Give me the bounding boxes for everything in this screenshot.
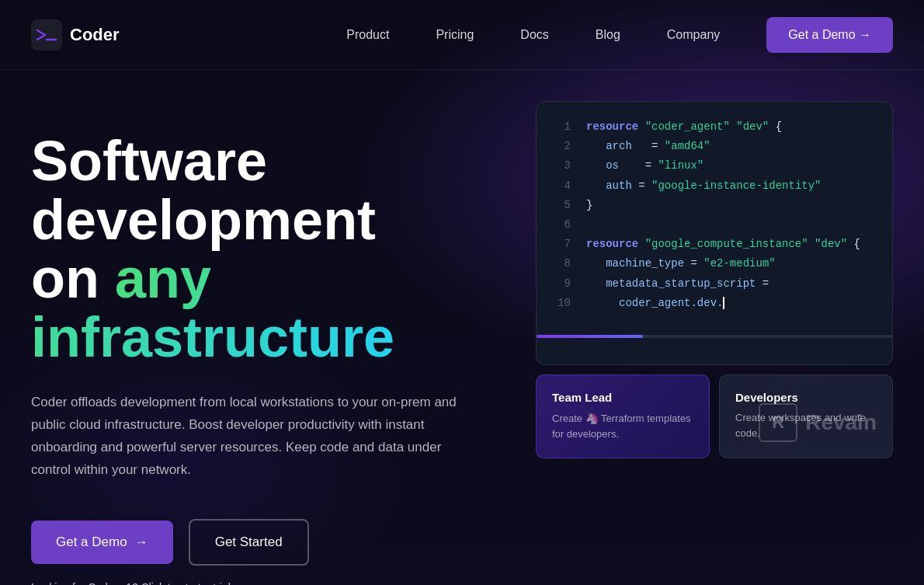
code-panel: 1 resource "coder_agent" "dev" { 2 arch … [536, 101, 893, 365]
hero-demo-button[interactable]: Get a Demo → [31, 521, 173, 564]
hero-title: Software development on any infrastructu… [31, 132, 505, 367]
code-line-3: 3 os = "linux" [555, 156, 874, 176]
logo-text: Coder [70, 25, 120, 45]
code-line-9: 9 metadata_startup_script = [555, 274, 874, 294]
svg-rect-0 [31, 19, 62, 50]
nav-link-docs[interactable]: Docs [520, 28, 548, 42]
nav-link-company[interactable]: Company [667, 28, 720, 42]
navbar: Coder Product Pricing Docs Blog Company … [0, 0, 924, 70]
hero-trial-text: Looking for Coder v1? Click to start a t… [31, 581, 505, 585]
logo-area[interactable]: Coder [31, 19, 120, 50]
card-developers: Developers Create workspaces and write c… [719, 374, 893, 458]
card-team-lead: Team Lead Create 🦄 Terraform templates f… [536, 374, 710, 458]
code-line-6: 6 [555, 215, 874, 235]
revain-text: Revain [805, 410, 877, 435]
main-content: Software development on any infrastructu… [0, 70, 924, 585]
revain-watermark: R Revain [759, 403, 877, 442]
nav-link-pricing[interactable]: Pricing [436, 28, 474, 42]
code-scrollbar-thumb [537, 335, 643, 338]
card-team-title: Team Lead [552, 391, 693, 404]
code-line-1: 1 resource "coder_agent" "dev" { [555, 117, 874, 137]
title-line3-plain: on [31, 247, 115, 309]
hero-buttons: Get a Demo → Get Started [31, 519, 505, 566]
hero-get-started-button[interactable]: Get Started [189, 519, 309, 566]
code-line-8: 8 machine_type = "e2-medium" [555, 254, 874, 273]
card-team-desc: Create 🦄 Terraform templates for develop… [552, 410, 693, 442]
hero-right: 1 resource "coder_agent" "dev" { 2 arch … [536, 101, 893, 585]
title-line1: Software [31, 130, 267, 192]
title-line2: development [31, 189, 376, 251]
nav-link-product[interactable]: Product [346, 28, 389, 42]
code-line-5: 5 } [555, 196, 874, 215]
trial-link[interactable]: Looking for Coder v1? Click to start a t… [31, 581, 234, 585]
hero-description: Coder offloads development from local wo… [31, 392, 478, 482]
code-line-4: 4 auth = "google-instance-identity" [555, 176, 874, 196]
code-line-7: 7 resource "google_compute_instance" "de… [555, 235, 874, 254]
coder-logo-icon [31, 19, 62, 50]
bottom-cards: Team Lead Create 🦄 Terraform templates f… [536, 374, 893, 458]
revain-logo-icon: R [759, 403, 797, 442]
hero-left: Software development on any infrastructu… [31, 117, 505, 585]
nav-link-blog[interactable]: Blog [596, 28, 620, 42]
nav-links: Product Pricing Docs Blog Company [346, 28, 720, 42]
card-dev-title: Developers [735, 391, 877, 404]
code-line-2: 2 arch = "amd64" [555, 137, 874, 156]
nav-demo-button[interactable]: Get a Demo → [766, 17, 893, 53]
code-line-10: 10 coder_agent.dev. [555, 294, 874, 313]
code-scrollbar[interactable] [537, 335, 892, 338]
code-content: 1 resource "coder_agent" "dev" { 2 arch … [537, 102, 892, 329]
